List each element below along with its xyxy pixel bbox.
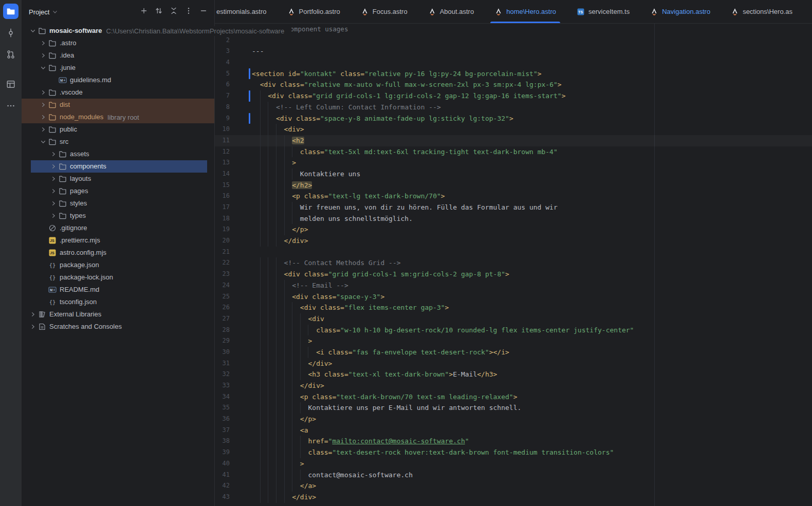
tree-item-src[interactable]: src: [22, 136, 214, 148]
code-line[interactable]: 43</div>: [215, 492, 812, 503]
code-line[interactable]: 40>: [215, 458, 812, 470]
code-line[interactable]: 5<section id="kontakt" class="relative p…: [215, 68, 812, 80]
more-tool-windows-button[interactable]: [3, 98, 19, 114]
code-line[interactable]: 38href="mailto:contact@mosaic-software.c…: [215, 436, 812, 447]
tree-item-astro[interactable]: .astro: [22, 37, 214, 49]
code-editor[interactable]: 123---45<section id="kontakt" class="rel…: [215, 24, 812, 506]
tree-item-pages[interactable]: pages: [22, 185, 214, 197]
code-line[interactable]: 7<div class="grid grid-cols-1 lg:grid-co…: [215, 90, 812, 102]
code-line[interactable]: 11<h2: [215, 135, 812, 146]
tree-item-styles[interactable]: styles: [22, 197, 214, 210]
tree-item-tsconfig-json[interactable]: {}tsconfig.json: [22, 296, 214, 308]
code-line[interactable]: 31</div>: [215, 358, 812, 369]
chevron-right-icon[interactable]: [39, 101, 47, 109]
chevron-right-icon[interactable]: [29, 310, 37, 318]
code-line[interactable]: 20</div>: [215, 235, 812, 247]
structure-button[interactable]: [3, 77, 19, 92]
tree-item-assets[interactable]: assets: [22, 148, 214, 160]
tree-item-junie[interactable]: .junie: [22, 62, 214, 74]
tree-item-package-lock-json[interactable]: {}package-lock.json: [22, 271, 214, 284]
code-line[interactable]: 15</h2>: [215, 180, 812, 191]
code-line[interactable]: 29>: [215, 335, 812, 347]
code-line[interactable]: 10<div>: [215, 124, 812, 135]
chevron-right-icon[interactable]: [49, 187, 58, 195]
tab-sections-hero-as[interactable]: sections\Hero.as: [721, 0, 803, 23]
tree-item-types[interactable]: types: [22, 210, 214, 222]
usages-hint[interactable]: component usages: [286, 24, 348, 35]
code-line[interactable]: 30<i class="fas fa-envelope text-desert-…: [215, 347, 812, 358]
code-line[interactable]: 18melden uns schnellstmöglich.: [215, 213, 812, 224]
tree-item-prettierrc-mjs[interactable]: JS.prettierrc.mjs: [22, 234, 214, 247]
code-line[interactable]: 12class="text-5xl md:text-6xl tracking-t…: [215, 146, 812, 158]
pull-requests-button[interactable]: [3, 47, 19, 62]
code-line[interactable]: 21: [215, 247, 812, 258]
chevron-right-icon[interactable]: [49, 162, 58, 171]
code-line[interactable]: 8<!-- Left Column: Contact Information -…: [215, 102, 812, 113]
code-line[interactable]: 13>: [215, 157, 812, 168]
tree-item-external-libraries[interactable]: External Libraries: [22, 308, 214, 321]
tab-home-hero-astro[interactable]: home\Hero.astro: [484, 0, 566, 23]
add-button[interactable]: [139, 7, 149, 16]
code-line[interactable]: 42</a>: [215, 480, 812, 492]
project-button[interactable]: [3, 4, 19, 19]
code-line[interactable]: 27<div: [215, 313, 812, 325]
chevron-right-icon[interactable]: [49, 175, 58, 183]
code-line[interactable]: 6<div class="relative mx-auto w-full max…: [215, 79, 812, 90]
chevron-right-icon[interactable]: [39, 113, 47, 121]
chevron-right-icon[interactable]: [49, 150, 58, 158]
options-button[interactable]: [184, 7, 193, 16]
tree-item-components[interactable]: components: [22, 160, 214, 173]
code-line[interactable]: 22<!-- Contact Methods Grid -->: [215, 257, 812, 269]
tree-item-readme-md[interactable]: MREADME.md: [22, 284, 214, 296]
code-line[interactable]: 37<a: [215, 425, 812, 436]
hide-button[interactable]: [199, 7, 208, 16]
chevron-right-icon[interactable]: [39, 39, 47, 47]
code-line[interactable]: 35Kontaktiere uns per E-Mail und wir ant…: [215, 402, 812, 414]
code-line[interactable]: 14Kontaktiere uns: [215, 168, 812, 180]
tree-item-gitignore[interactable]: .gitignore: [22, 222, 214, 234]
code-line[interactable]: 36</p>: [215, 414, 812, 425]
chevron-down-icon[interactable]: [39, 138, 47, 146]
tree-item-vscode[interactable]: .vscode: [22, 86, 214, 99]
tab-serviceitem-ts[interactable]: TSserviceItem.ts: [566, 0, 640, 23]
code-line[interactable]: 3---: [215, 46, 812, 57]
tab-about-astro[interactable]: About.astro: [418, 0, 485, 23]
chevron-right-icon[interactable]: [39, 125, 47, 134]
code-line[interactable]: 17Wir freuen uns, von dir zu hören. Füll…: [215, 202, 812, 213]
chevron-right-icon[interactable]: [39, 88, 47, 97]
chevron-right-icon[interactable]: [49, 212, 58, 220]
tree-item-scratches-and-consoles[interactable]: Scratches and Consoles: [22, 321, 214, 333]
tree-item-guidelines-md[interactable]: Mguidelines.md: [22, 74, 214, 86]
code-line[interactable]: 16<p class="text-lg text-dark-brown/70">: [215, 191, 812, 202]
code-line[interactable]: 24<!-- Email -->: [215, 280, 812, 291]
code-line[interactable]: 9<div class="space-y-8 animate-fade-up l…: [215, 113, 812, 124]
tree-item-astro-config-mjs[interactable]: JSastro.config.mjs: [22, 247, 214, 259]
code-line[interactable]: 23<div class="grid grid-cols-1 sm:grid-c…: [215, 269, 812, 280]
code-line[interactable]: 25<div class="space-y-3">: [215, 291, 812, 303]
tree-item-public[interactable]: public: [22, 123, 214, 136]
tab-portfolio-astro[interactable]: Portfolio.astro: [277, 0, 350, 23]
code-line[interactable]: 26<div class="flex items-center gap-3">: [215, 302, 812, 313]
chevron-right-icon[interactable]: [39, 51, 47, 60]
chevron-down-icon[interactable]: [39, 64, 47, 72]
tree-item-idea[interactable]: .idea: [22, 49, 214, 62]
code-line[interactable]: 34<p class="text-dark-brown/70 text-sm l…: [215, 391, 812, 403]
commit-button[interactable]: [3, 25, 19, 41]
tree-item-dist[interactable]: dist: [22, 99, 214, 111]
code-line[interactable]: 39class="text-desert-rock hover:text-dar…: [215, 447, 812, 458]
chevron-right-icon[interactable]: [29, 323, 37, 331]
chevron-right-icon[interactable]: [49, 199, 58, 208]
collapse-all-button[interactable]: [169, 7, 178, 16]
chevron-down-icon[interactable]: [29, 27, 37, 35]
project-panel-title[interactable]: Project: [29, 8, 49, 16]
tree-item-mosaic-software[interactable]: mosaic-softwareC:\Users\Christian.Balta\…: [22, 25, 214, 37]
tree-item-layouts[interactable]: layouts: [22, 173, 214, 185]
tree-item-node-modules[interactable]: node_moduleslibrary root: [22, 111, 214, 123]
tree-item-package-json[interactable]: {}package.json: [22, 259, 214, 271]
chevron-down-icon[interactable]: [51, 8, 59, 15]
code-line[interactable]: 19</p>: [215, 224, 812, 235]
code-line[interactable]: 41contact@mosaic-software.ch: [215, 470, 812, 481]
locate-file-button[interactable]: [154, 7, 163, 16]
tab-focus-astro[interactable]: Focus.astro: [350, 0, 418, 23]
code-line[interactable]: 32<h3 class="text-xl text-dark-brown">E-…: [215, 369, 812, 380]
